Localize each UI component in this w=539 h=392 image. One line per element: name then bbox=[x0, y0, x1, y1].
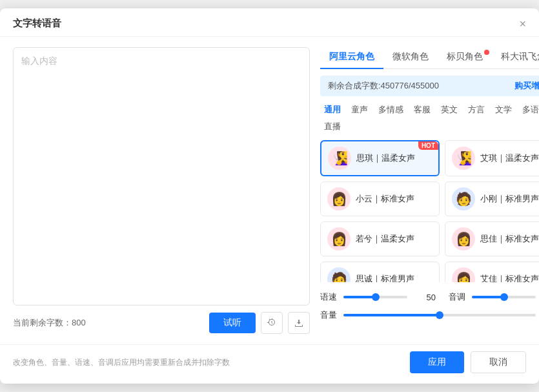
voice-avatar-7: 👩 bbox=[452, 267, 475, 282]
cat-literature[interactable]: 文学 bbox=[491, 103, 516, 117]
cat-general[interactable]: 通用 bbox=[320, 103, 345, 117]
voice-card-6[interactable]: 🧑 思诚｜标准男声 bbox=[320, 262, 440, 282]
dialog-body: 当前剩余字数：800 试听 bbox=[0, 37, 539, 344]
footer-hint: 改变角色、音量、语速、音调后应用均需要重新合成并扣除字数 bbox=[13, 357, 230, 368]
voice-card-0[interactable]: 🧏‍♀️ 思琪｜温柔女声 HOT bbox=[320, 140, 440, 176]
speed-fill bbox=[343, 296, 376, 298]
history-button[interactable] bbox=[261, 312, 283, 334]
voice-name-0: 思琪｜温柔女声 bbox=[356, 152, 415, 164]
voice-name-5: 思佳｜标准女声 bbox=[480, 233, 539, 245]
speed-pitch-row: 语速 50 音调 50 bbox=[320, 291, 539, 303]
voice-name-3: 小刚｜标准男声 bbox=[480, 193, 539, 205]
sliders-section: 语速 50 音调 50 音量 bbox=[320, 291, 539, 321]
voice-card-3[interactable]: 🧑 小刚｜标准男声 bbox=[445, 181, 539, 216]
dialog-title: 文字转语音 bbox=[13, 17, 61, 30]
voice-avatar-0: 🧏‍♀️ bbox=[328, 147, 351, 170]
speed-track[interactable] bbox=[343, 296, 407, 298]
speed-value: 50 bbox=[412, 293, 436, 302]
volume-thumb[interactable] bbox=[436, 311, 443, 319]
voice-name-1: 艾琪｜温柔女声 bbox=[480, 152, 539, 164]
voice-avatar-5: 👩 bbox=[452, 227, 475, 251]
footer-actions: 应用 取消 bbox=[410, 351, 526, 373]
text-area-wrapper bbox=[13, 47, 310, 305]
voice-name-4: 若兮｜温柔女声 bbox=[356, 233, 414, 245]
voice-grid: 🧏‍♀️ 思琪｜温柔女声 HOT 🧏‍♀️ 艾琪｜温柔女声 HOT 👩 小云｜标… bbox=[320, 140, 539, 282]
volume-row: 音量 50 bbox=[320, 309, 539, 321]
voice-card-2[interactable]: 👩 小云｜标准女声 bbox=[320, 181, 440, 216]
cancel-button[interactable]: 取消 bbox=[471, 351, 526, 373]
pitch-track[interactable] bbox=[472, 296, 536, 298]
hot-badge-0: HOT bbox=[418, 141, 438, 150]
dialog-header: 文字转语音 × bbox=[0, 8, 539, 37]
apply-button[interactable]: 应用 bbox=[410, 351, 464, 373]
voice-name-6: 思诚｜标准男声 bbox=[356, 273, 414, 282]
right-panel: 阿里云角色 微软角色 标贝角色 科大讯飞角色 剩余合成字数:450776/455… bbox=[320, 47, 539, 334]
category-row: 通用 童声 多情感 客服 英文 方言 文学 多语种 直播 bbox=[320, 103, 539, 134]
download-button[interactable] bbox=[288, 312, 310, 334]
voice-tabs: 阿里云角色 微软角色 标贝角色 科大讯飞角色 bbox=[320, 47, 539, 69]
quota-bar: 剩余合成字数:450776/455000 购买增值包 bbox=[320, 76, 539, 96]
speed-label: 语速 bbox=[320, 291, 338, 303]
left-bottom: 当前剩余字数：800 试听 bbox=[13, 312, 310, 334]
volume-label: 音量 bbox=[320, 309, 338, 321]
cat-live[interactable]: 直播 bbox=[320, 119, 345, 134]
dialog: 文字转语音 × 当前剩余字数：800 试听 bbox=[0, 8, 539, 384]
voice-avatar-2: 👩 bbox=[327, 187, 351, 211]
speed-thumb[interactable] bbox=[372, 293, 380, 301]
download-icon bbox=[294, 318, 304, 328]
close-button[interactable]: × bbox=[519, 18, 526, 30]
cat-english[interactable]: 英文 bbox=[437, 103, 462, 117]
cat-emotion[interactable]: 多情感 bbox=[374, 103, 407, 117]
tab-badge bbox=[484, 50, 489, 55]
buy-link[interactable]: 购买增值包 bbox=[514, 80, 539, 92]
volume-track[interactable] bbox=[343, 314, 536, 316]
remaining-chars: 当前剩余字数：800 bbox=[13, 317, 86, 329]
voice-name-2: 小云｜标准女声 bbox=[356, 193, 414, 205]
dialog-footer: 改变角色、音量、语速、音调后应用均需要重新合成并扣除字数 应用 取消 bbox=[0, 344, 539, 384]
voice-card-7[interactable]: 👩 艾佳｜标准女声 bbox=[445, 262, 539, 282]
history-icon bbox=[267, 318, 277, 328]
voice-name-7: 艾佳｜标准女声 bbox=[480, 273, 539, 282]
tab-xunfei[interactable]: 科大讯飞角色 bbox=[492, 47, 539, 69]
cat-service[interactable]: 客服 bbox=[410, 103, 434, 117]
tab-biobei[interactable]: 标贝角色 bbox=[438, 47, 492, 69]
cat-multilang[interactable]: 多语种 bbox=[518, 103, 539, 117]
left-actions: 试听 bbox=[209, 312, 310, 334]
voice-card-4[interactable]: 👩 若兮｜温柔女声 bbox=[320, 222, 440, 256]
cat-dialect[interactable]: 方言 bbox=[464, 103, 489, 117]
left-panel: 当前剩余字数：800 试听 bbox=[13, 47, 310, 334]
voice-avatar-3: 🧑 bbox=[452, 187, 475, 211]
text-input[interactable] bbox=[21, 56, 301, 297]
tab-alibaba[interactable]: 阿里云角色 bbox=[320, 47, 383, 69]
pitch-thumb[interactable] bbox=[500, 293, 508, 301]
pitch-fill bbox=[472, 296, 504, 298]
quota-text: 剩余合成字数:450776/455000 bbox=[328, 80, 439, 92]
voice-card-1[interactable]: 🧏‍♀️ 艾琪｜温柔女声 HOT bbox=[445, 140, 539, 176]
voice-card-5[interactable]: 👩 思佳｜标准女声 bbox=[445, 222, 539, 256]
preview-button[interactable]: 试听 bbox=[209, 313, 256, 333]
voice-avatar-6: 🧑 bbox=[327, 267, 351, 282]
pitch-label: 音调 bbox=[449, 291, 467, 303]
volume-fill bbox=[343, 314, 440, 316]
cat-child[interactable]: 童声 bbox=[347, 103, 372, 117]
voice-avatar-4: 👩 bbox=[327, 227, 351, 251]
tab-microsoft[interactable]: 微软角色 bbox=[383, 47, 438, 69]
voice-avatar-1: 🧏‍♀️ bbox=[452, 147, 475, 170]
